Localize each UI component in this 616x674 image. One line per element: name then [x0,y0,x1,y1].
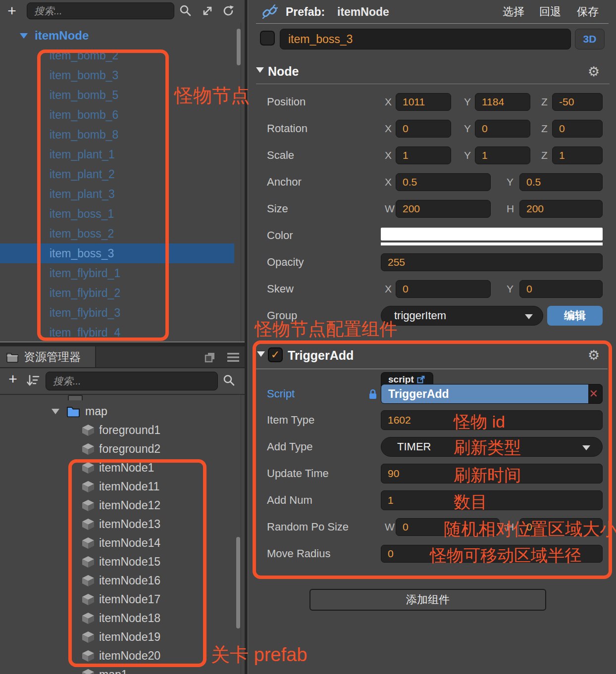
prefab-cube-icon [81,442,95,456]
search-icon[interactable] [223,374,236,387]
annotation-box-trigger-add [253,340,612,579]
annotation-monster-config: 怪物节点配置组件 [255,317,397,341]
opacity-input[interactable]: 255 [381,253,603,271]
collapse-arrow-icon[interactable] [256,67,264,73]
chevron-down-icon [525,314,533,319]
gear-icon[interactable]: ⚙ [588,64,600,79]
annotation-move-radius: 怪物可移动区域半径 [430,544,581,567]
tree-item-root[interactable]: itemNode [0,26,245,46]
row-skew: Skew X 0 Y 0 [248,280,616,300]
rotation-z-input[interactable]: 0 [552,120,603,138]
skew-x-input[interactable]: 0 [396,280,491,298]
scale-z-input[interactable]: 1 [552,146,603,164]
toolbar-divider [0,394,245,395]
expand-icon[interactable] [201,4,214,17]
section-divider [256,84,610,84]
expand-arrow-icon[interactable] [20,33,28,39]
position-x-input[interactable]: 1011 [396,93,451,111]
annotation-box-level-prefabs [68,459,206,667]
search-icon[interactable] [179,4,192,17]
annotation-monster-nodes: 怪物节点 [174,83,250,108]
asset-folder-row[interactable]: map [0,402,245,421]
editor-window: + itemNode item_bomb_2 item_bomb_3 item_… [0,0,616,674]
menu-icon[interactable] [227,352,240,362]
tab-assets[interactable]: 资源管理器 [0,346,96,367]
3d-mode-button[interactable]: 3D [575,29,605,49]
tab-assets-label: 资源管理器 [24,346,81,367]
prefab-select-button[interactable]: 选择 [503,0,524,24]
scale-x-input[interactable]: 1 [396,146,451,164]
row-size: Size W 200 H 200 [248,200,616,220]
refresh-icon[interactable] [222,4,235,17]
add-asset-button[interactable]: + [5,370,21,388]
size-w-input[interactable]: 200 [396,200,491,218]
rotation-y-input[interactable]: 0 [475,120,530,138]
row-position: Position X 1011 Y 1184 Z -50 [248,93,616,113]
annotation-refresh-time: 刷新时间 [454,464,521,487]
clipped-asset-icon [68,395,83,400]
folder-icon [66,405,80,417]
color-swatch[interactable] [381,228,603,241]
group-dropdown[interactable]: triggerItem [381,306,543,326]
prefab-revert-button[interactable]: 回退 [539,0,561,24]
annotation-monster-id: 怪物 id [454,411,505,433]
asset-row[interactable]: foreground1 [0,421,245,439]
scrollbar-track [241,23,241,341]
scrollbar-thumb[interactable] [237,29,241,65]
scrollbar-track [241,395,241,674]
prefab-broken-link-icon [261,4,279,21]
hierarchy-search-input[interactable] [27,2,174,19]
position-z-input[interactable]: -50 [552,93,603,111]
annotation-random-area: 随机相对位置区域大小 [444,518,616,541]
annotation-level-prefab: 关卡 prefab [211,642,307,668]
folder-icon [6,351,19,363]
prefab-save-button[interactable]: 保存 [577,0,599,24]
group-edit-button[interactable]: 编辑 [547,306,603,326]
expand-arrow-icon[interactable] [51,409,59,414]
row-anchor: Anchor X 0.5 Y 0.5 [248,173,616,193]
annotation-refresh-type: 刷新类型 [454,436,521,459]
anchor-x-input[interactable]: 0.5 [396,173,491,191]
color-alpha-bar[interactable] [381,242,603,245]
row-color: Color [248,227,616,246]
assets-search-input[interactable] [46,372,218,390]
rotation-x-input[interactable]: 0 [396,120,451,138]
position-y-input[interactable]: 1184 [475,93,530,111]
node-active-checkbox[interactable] [260,31,275,46]
add-component-button[interactable]: 添加组件 [309,589,546,611]
add-node-button[interactable]: + [4,2,20,20]
row-rotation: Rotation X 0 Y 0 Z 0 [248,120,616,140]
annotation-count: 数目 [454,491,487,514]
header-divider [256,23,609,24]
tree-item-label: itemNode [35,26,89,46]
size-h-input[interactable]: 200 [519,200,603,218]
row-opacity: Opacity 255 [248,253,616,273]
scrollbar-thumb[interactable] [236,537,240,628]
node-name-input[interactable]: item_boss_3 [280,29,571,49]
float-window-icon[interactable] [204,351,216,363]
scale-y-input[interactable]: 1 [475,146,530,164]
group-value: triggerItem [394,309,446,322]
prefab-cube-icon [81,424,95,437]
asset-folder-label: map [85,402,107,421]
row-scale: Scale X 1 Y 1 Z 1 [248,146,616,166]
prefab-label: Prefab: [286,0,325,24]
annotation-box-monster-nodes [37,49,169,341]
skew-y-input[interactable]: 0 [519,280,603,298]
sort-icon[interactable] [26,374,40,387]
anchor-y-input[interactable]: 0.5 [519,173,603,191]
prefab-cube-icon [81,668,95,674]
asset-row[interactable]: foreground2 [0,439,245,458]
prefab-name: itemNode [337,0,389,24]
node-section-title: Node [268,63,299,79]
